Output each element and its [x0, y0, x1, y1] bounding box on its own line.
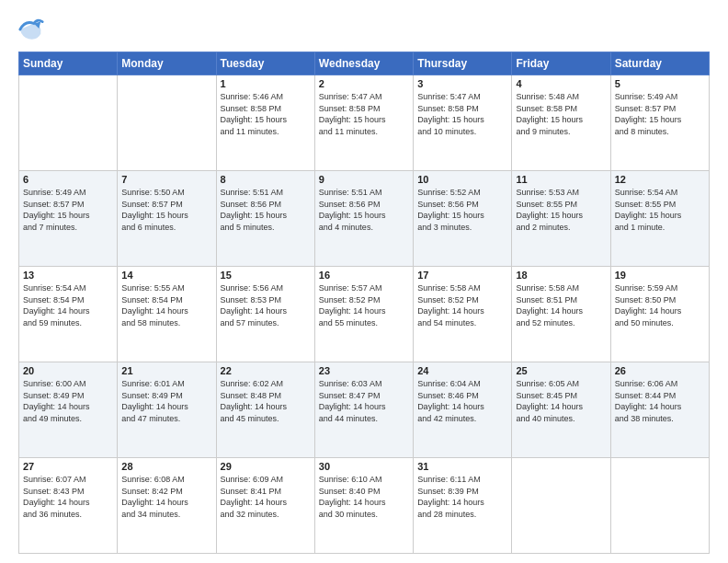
- top-area: [18, 17, 710, 42]
- day-number: 15: [221, 270, 311, 281]
- calendar-cell: 9Sunrise: 5:51 AM Sunset: 8:56 PM Daylig…: [314, 171, 413, 267]
- calendar-cell: 4Sunrise: 5:48 AM Sunset: 8:58 PM Daylig…: [512, 75, 610, 171]
- weekday-header: Friday: [512, 52, 610, 75]
- day-info: Sunrise: 6:08 AM Sunset: 8:42 PM Dayligh…: [121, 474, 211, 520]
- day-info: Sunrise: 5:51 AM Sunset: 8:56 PM Dayligh…: [221, 187, 311, 233]
- calendar-cell: 10Sunrise: 5:52 AM Sunset: 8:56 PM Dayli…: [414, 171, 512, 267]
- day-info: Sunrise: 6:06 AM Sunset: 8:44 PM Dayligh…: [615, 378, 705, 424]
- header-row: SundayMondayTuesdayWednesdayThursdayFrid…: [19, 52, 710, 75]
- day-info: Sunrise: 5:46 AM Sunset: 8:58 PM Dayligh…: [221, 91, 311, 137]
- day-info: Sunrise: 5:59 AM Sunset: 8:50 PM Dayligh…: [615, 282, 705, 328]
- weekday-header: Tuesday: [216, 52, 314, 75]
- calendar-row: 13Sunrise: 5:54 AM Sunset: 8:54 PM Dayli…: [19, 267, 710, 362]
- day-info: Sunrise: 6:00 AM Sunset: 8:49 PM Dayligh…: [23, 378, 113, 424]
- calendar-cell: 29Sunrise: 6:09 AM Sunset: 8:41 PM Dayli…: [216, 458, 314, 554]
- calendar-cell: [610, 458, 709, 554]
- day-info: Sunrise: 5:52 AM Sunset: 8:56 PM Dayligh…: [417, 187, 507, 233]
- day-info: Sunrise: 6:11 AM Sunset: 8:39 PM Dayligh…: [417, 474, 507, 520]
- day-number: 26: [615, 365, 705, 376]
- weekday-header: Sunday: [19, 52, 118, 75]
- day-info: Sunrise: 5:49 AM Sunset: 8:57 PM Dayligh…: [23, 187, 113, 233]
- day-info: Sunrise: 6:07 AM Sunset: 8:43 PM Dayligh…: [23, 474, 113, 520]
- day-number: 21: [121, 365, 211, 376]
- calendar: SundayMondayTuesdayWednesdayThursdayFrid…: [18, 52, 710, 554]
- weekday-header: Monday: [118, 52, 216, 75]
- day-info: Sunrise: 6:10 AM Sunset: 8:40 PM Dayligh…: [319, 474, 409, 520]
- day-number: 2: [319, 78, 409, 89]
- day-info: Sunrise: 6:09 AM Sunset: 8:41 PM Dayligh…: [221, 474, 311, 520]
- calendar-cell: 24Sunrise: 6:04 AM Sunset: 8:46 PM Dayli…: [414, 362, 512, 458]
- day-info: Sunrise: 5:47 AM Sunset: 8:58 PM Dayligh…: [417, 91, 507, 137]
- day-number: 19: [615, 270, 705, 281]
- day-info: Sunrise: 6:05 AM Sunset: 8:45 PM Dayligh…: [516, 378, 606, 424]
- day-number: 18: [516, 270, 606, 281]
- calendar-cell: 23Sunrise: 6:03 AM Sunset: 8:47 PM Dayli…: [314, 362, 413, 458]
- day-number: 6: [23, 174, 113, 185]
- day-number: 24: [417, 365, 507, 376]
- calendar-cell: 21Sunrise: 6:01 AM Sunset: 8:49 PM Dayli…: [118, 362, 216, 458]
- day-number: 5: [615, 78, 705, 89]
- day-info: Sunrise: 5:58 AM Sunset: 8:51 PM Dayligh…: [516, 282, 606, 328]
- day-info: Sunrise: 6:03 AM Sunset: 8:47 PM Dayligh…: [319, 378, 409, 424]
- calendar-row: 1Sunrise: 5:46 AM Sunset: 8:58 PM Daylig…: [19, 75, 710, 171]
- calendar-cell: 19Sunrise: 5:59 AM Sunset: 8:50 PM Dayli…: [610, 267, 709, 362]
- day-number: 20: [23, 365, 113, 376]
- calendar-cell: 14Sunrise: 5:55 AM Sunset: 8:54 PM Dayli…: [118, 267, 216, 362]
- calendar-cell: 18Sunrise: 5:58 AM Sunset: 8:51 PM Dayli…: [512, 267, 610, 362]
- calendar-cell: [512, 458, 610, 554]
- calendar-cell: 3Sunrise: 5:47 AM Sunset: 8:58 PM Daylig…: [414, 75, 512, 171]
- day-info: Sunrise: 5:53 AM Sunset: 8:55 PM Dayligh…: [516, 187, 606, 233]
- day-number: 22: [221, 365, 311, 376]
- day-number: 28: [121, 461, 211, 472]
- day-info: Sunrise: 6:02 AM Sunset: 8:48 PM Dayligh…: [221, 378, 311, 424]
- day-number: 23: [319, 365, 409, 376]
- day-number: 17: [417, 270, 507, 281]
- day-number: 12: [615, 174, 705, 185]
- calendar-cell: 2Sunrise: 5:47 AM Sunset: 8:58 PM Daylig…: [314, 75, 413, 171]
- calendar-row: 20Sunrise: 6:00 AM Sunset: 8:49 PM Dayli…: [19, 362, 710, 458]
- day-info: Sunrise: 5:56 AM Sunset: 8:53 PM Dayligh…: [221, 282, 311, 328]
- calendar-cell: 22Sunrise: 6:02 AM Sunset: 8:48 PM Dayli…: [216, 362, 314, 458]
- day-info: Sunrise: 5:54 AM Sunset: 8:55 PM Dayligh…: [615, 187, 705, 233]
- calendar-cell: 30Sunrise: 6:10 AM Sunset: 8:40 PM Dayli…: [314, 458, 413, 554]
- day-number: 27: [23, 461, 113, 472]
- day-info: Sunrise: 5:49 AM Sunset: 8:57 PM Dayligh…: [615, 91, 705, 137]
- day-number: 31: [417, 461, 507, 472]
- day-number: 30: [319, 461, 409, 472]
- day-info: Sunrise: 5:50 AM Sunset: 8:57 PM Dayligh…: [121, 187, 211, 233]
- day-number: 9: [319, 174, 409, 185]
- weekday-header: Wednesday: [314, 52, 413, 75]
- calendar-cell: 16Sunrise: 5:57 AM Sunset: 8:52 PM Dayli…: [314, 267, 413, 362]
- calendar-cell: 13Sunrise: 5:54 AM Sunset: 8:54 PM Dayli…: [19, 267, 118, 362]
- day-info: Sunrise: 5:48 AM Sunset: 8:58 PM Dayligh…: [516, 91, 606, 137]
- calendar-row: 27Sunrise: 6:07 AM Sunset: 8:43 PM Dayli…: [19, 458, 710, 554]
- calendar-cell: 8Sunrise: 5:51 AM Sunset: 8:56 PM Daylig…: [216, 171, 314, 267]
- day-number: 4: [516, 78, 606, 89]
- day-number: 29: [221, 461, 311, 472]
- day-number: 13: [23, 270, 113, 281]
- day-number: 8: [221, 174, 311, 185]
- calendar-cell: [19, 75, 118, 171]
- calendar-cell: 5Sunrise: 5:49 AM Sunset: 8:57 PM Daylig…: [610, 75, 709, 171]
- day-info: Sunrise: 5:57 AM Sunset: 8:52 PM Dayligh…: [319, 282, 409, 328]
- calendar-cell: 17Sunrise: 5:58 AM Sunset: 8:52 PM Dayli…: [414, 267, 512, 362]
- calendar-cell: [118, 75, 216, 171]
- calendar-cell: 20Sunrise: 6:00 AM Sunset: 8:49 PM Dayli…: [19, 362, 118, 458]
- page: SundayMondayTuesdayWednesdayThursdayFrid…: [0, 0, 728, 563]
- day-number: 1: [221, 78, 311, 89]
- weekday-header: Saturday: [610, 52, 709, 75]
- calendar-cell: 26Sunrise: 6:06 AM Sunset: 8:44 PM Dayli…: [610, 362, 709, 458]
- calendar-row: 6Sunrise: 5:49 AM Sunset: 8:57 PM Daylig…: [19, 171, 710, 267]
- day-info: Sunrise: 5:58 AM Sunset: 8:52 PM Dayligh…: [417, 282, 507, 328]
- calendar-cell: 12Sunrise: 5:54 AM Sunset: 8:55 PM Dayli…: [610, 171, 709, 267]
- day-number: 7: [121, 174, 211, 185]
- calendar-cell: 6Sunrise: 5:49 AM Sunset: 8:57 PM Daylig…: [19, 171, 118, 267]
- calendar-cell: 11Sunrise: 5:53 AM Sunset: 8:55 PM Dayli…: [512, 171, 610, 267]
- day-number: 16: [319, 270, 409, 281]
- day-number: 14: [121, 270, 211, 281]
- day-info: Sunrise: 5:55 AM Sunset: 8:54 PM Dayligh…: [121, 282, 211, 328]
- calendar-cell: 25Sunrise: 6:05 AM Sunset: 8:45 PM Dayli…: [512, 362, 610, 458]
- day-number: 3: [417, 78, 507, 89]
- calendar-cell: 27Sunrise: 6:07 AM Sunset: 8:43 PM Dayli…: [19, 458, 118, 554]
- calendar-cell: 15Sunrise: 5:56 AM Sunset: 8:53 PM Dayli…: [216, 267, 314, 362]
